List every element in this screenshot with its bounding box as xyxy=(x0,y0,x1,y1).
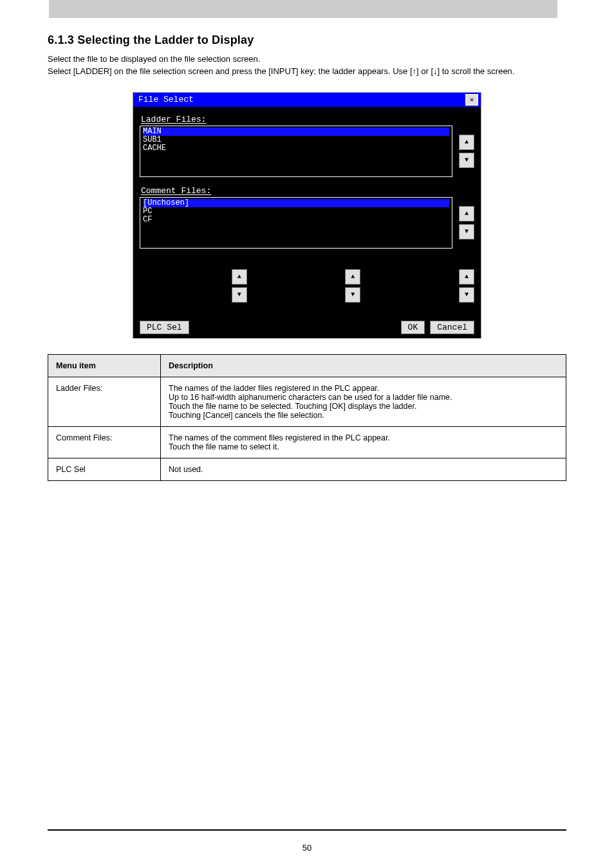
chevron-down-icon: ▼ xyxy=(351,291,355,298)
table-header-item: Menu item xyxy=(48,354,161,377)
chevron-up-icon: ▲ xyxy=(351,273,355,280)
scroll-down-button[interactable]: ▼ xyxy=(459,287,474,303)
chevron-up-icon: ▲ xyxy=(237,273,241,280)
chevron-down-icon: ▼ xyxy=(237,291,241,298)
bottom-rule xyxy=(48,829,566,831)
file-select-dialog: File Select ✕ Ladder Files: MAIN SUB1 CA… xyxy=(133,92,481,339)
ladder-scroll: ▲ ▼ xyxy=(459,135,474,168)
cell-description: The names of the comment files registere… xyxy=(161,426,566,458)
close-icon: ✕ xyxy=(470,95,474,104)
close-button[interactable]: ✕ xyxy=(465,94,478,106)
chevron-down-icon: ▼ xyxy=(465,291,469,298)
dialog-title: File Select xyxy=(138,95,194,104)
chevron-up-icon: ▲ xyxy=(465,273,469,280)
scroll-down-button[interactable]: ▼ xyxy=(345,287,360,303)
dialog-body: Ladder Files: MAIN SUB1 CACHE ▲ ▼ Commen… xyxy=(133,107,481,338)
cancel-button[interactable]: Cancel xyxy=(430,321,474,334)
scroll-down-button[interactable]: ▼ xyxy=(459,153,474,168)
cell-item-name: Ladder Files: xyxy=(48,377,161,426)
table-row: Ladder Files: The names of the ladder fi… xyxy=(48,377,566,426)
scroll-up-button[interactable]: ▲ xyxy=(232,269,247,285)
chevron-up-icon: ▲ xyxy=(465,210,469,217)
document-content: 6.1.3 Selecting the Ladder to Display Se… xyxy=(0,33,614,481)
table-row: Comment Files: The names of the comment … xyxy=(48,426,566,458)
scroll-down-button[interactable]: ▼ xyxy=(459,224,474,240)
comment-files-listbox[interactable]: [Unchosen] PC CF xyxy=(140,197,452,249)
scroll-down-button[interactable]: ▼ xyxy=(232,287,247,303)
cell-item-name: Comment Files: xyxy=(48,426,161,458)
section-heading: 6.1.3 Selecting the Ladder to Display xyxy=(48,33,566,47)
ladder-files-label: Ladder Files: xyxy=(141,115,474,124)
list-item[interactable]: CF xyxy=(143,216,449,224)
list-item[interactable]: MAIN xyxy=(143,127,449,136)
chevron-up-icon: ▲ xyxy=(465,138,469,146)
ok-cancel-group: OK Cancel xyxy=(401,321,474,334)
blank-scroll-3: ▲ ▼ xyxy=(459,269,474,303)
blank-row: ▲ ▼ ▲ ▼ ▲ ▼ xyxy=(140,263,474,305)
top-gray-bar xyxy=(49,0,557,18)
blank-scroll-2: ▲ ▼ xyxy=(345,269,360,303)
dialog-button-row: PLC Sel OK Cancel xyxy=(140,321,474,334)
section-intro: Select the file to be displayed on the f… xyxy=(48,53,566,78)
chevron-down-icon: ▼ xyxy=(465,228,469,235)
list-item[interactable]: [Unchosen] xyxy=(143,199,449,207)
table-row: PLC Sel Not used. xyxy=(48,458,566,480)
scroll-up-button[interactable]: ▲ xyxy=(459,135,474,150)
list-item[interactable]: CACHE xyxy=(143,144,449,153)
description-table: Menu item Description Ladder Files: The … xyxy=(48,354,566,481)
ok-button[interactable]: OK xyxy=(401,321,425,334)
list-item[interactable]: SUB1 xyxy=(143,136,449,144)
chevron-down-icon: ▼ xyxy=(465,156,469,164)
comment-files-row: [Unchosen] PC CF ▲ ▼ xyxy=(140,197,474,249)
list-item[interactable]: PC xyxy=(143,207,449,216)
plc-sel-button[interactable]: PLC Sel xyxy=(140,321,189,334)
blank-box xyxy=(367,263,452,305)
comment-files-label: Comment Files: xyxy=(141,186,474,196)
cell-description: Not used. xyxy=(161,458,566,480)
cell-item-name: PLC Sel xyxy=(48,458,161,480)
scroll-up-button[interactable]: ▲ xyxy=(459,206,474,222)
scroll-up-button[interactable]: ▲ xyxy=(459,269,474,285)
ladder-files-row: MAIN SUB1 CACHE ▲ ▼ xyxy=(140,126,474,177)
dialog-titlebar: File Select ✕ xyxy=(133,93,481,107)
blank-box xyxy=(254,263,339,305)
blank-scroll-1: ▲ ▼ xyxy=(232,269,247,303)
ladder-files-listbox[interactable]: MAIN SUB1 CACHE xyxy=(140,126,452,177)
scroll-up-button[interactable]: ▲ xyxy=(345,269,360,285)
cell-description: The names of the ladder files registered… xyxy=(161,377,566,426)
table-header-desc: Description xyxy=(161,354,566,377)
comment-scroll: ▲ ▼ xyxy=(459,206,474,240)
blank-box xyxy=(140,263,225,305)
page-number: 50 xyxy=(0,843,614,853)
